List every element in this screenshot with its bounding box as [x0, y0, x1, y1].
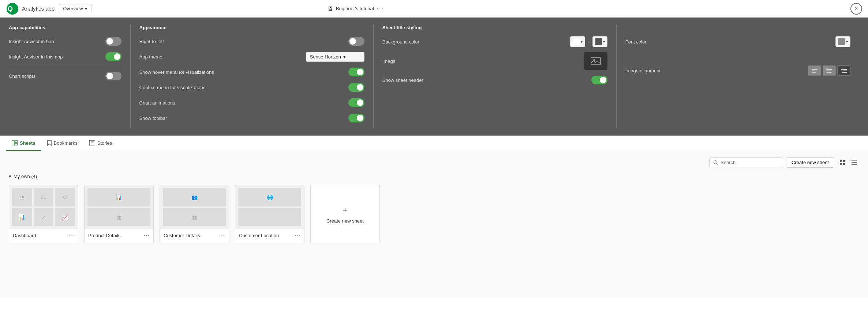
tutorial-button[interactable]: Beginner's tutorial [336, 6, 374, 11]
my-own-section-header[interactable]: ▾ My own (4) [9, 174, 859, 179]
tab-bookmarks[interactable]: Bookmarks [41, 136, 83, 151]
align-right-button[interactable] [837, 65, 850, 76]
font-color-picker[interactable]: ▾ [835, 36, 850, 47]
sheet-thumbnail-product-details: 📊 ▦ [85, 185, 153, 229]
align-center-button[interactable] [823, 65, 836, 76]
sheets-grid: ◔ #1 ⏱ 📊 ↗ 📈 Dashboard ··· 📊 ▦ [9, 185, 859, 243]
chevron-down-icon: ▾ [343, 54, 346, 60]
background-color-picker-1[interactable]: ▾ [570, 36, 585, 47]
search-icon [713, 160, 718, 165]
content-area: Create new sheet ▾ My own (4) [0, 151, 868, 297]
sheet-name-customer-details: Customer Details [164, 233, 200, 238]
insight-advisor-hub-toggle[interactable] [105, 37, 121, 46]
show-toolbar-toggle[interactable] [348, 114, 364, 122]
svg-rect-7 [826, 69, 832, 70]
create-new-sheet-label: Create new sheet [326, 218, 364, 224]
app-theme-dropdown[interactable]: Sense Horizon ▾ [306, 52, 364, 62]
chart-scripts-row: Chart scripts [9, 71, 121, 81]
tab-stories-label: Stories [97, 140, 112, 146]
svg-rect-13 [12, 140, 14, 145]
tab-stories[interactable]: Stories [83, 136, 118, 151]
app-capabilities-section: App capabilities Insight Advisor in hub … [9, 25, 130, 128]
chart-scripts-label: Chart scripts [9, 73, 35, 79]
font-color-section: x Font color ▾ Image alignment [616, 25, 859, 128]
insight-advisor-app-toggle[interactable] [105, 52, 121, 61]
more-options-button[interactable]: ··· [377, 5, 384, 12]
svg-rect-15 [15, 143, 18, 145]
tab-sheets[interactable]: Sheets [6, 136, 41, 151]
nav-dropdown[interactable]: Overview ▾ [59, 4, 91, 13]
font-color-row: Font color ▾ [625, 36, 850, 47]
chart-animations-row: Chart animations [139, 98, 364, 108]
grid-view-icon [840, 160, 845, 165]
image-icon [591, 57, 601, 65]
color-dash: - [588, 39, 590, 45]
chart-animations-toggle[interactable] [348, 98, 364, 107]
thumb-cell [238, 208, 301, 226]
hover-menu-toggle[interactable] [348, 68, 364, 76]
divider [9, 67, 121, 67]
search-input[interactable] [721, 160, 779, 165]
image-alignment-buttons [808, 65, 850, 76]
background-color-row: Background color ▾ - ▾ [382, 36, 607, 47]
tab-bookmarks-label: Bookmarks [54, 140, 78, 146]
create-sheet-button[interactable]: Create new sheet [786, 157, 834, 168]
background-color-picker-2[interactable]: ▾ [592, 36, 607, 47]
insight-advisor-hub-row: Insight Advisor in hub [9, 36, 121, 46]
sheet-more-customer-details[interactable]: ··· [219, 232, 225, 239]
sheet-card-dashboard[interactable]: ◔ #1 ⏱ 📊 ↗ 📈 Dashboard ··· [9, 185, 78, 243]
color-swatch-dark [595, 38, 602, 45]
appearance-title: Appearance [139, 25, 364, 30]
list-view-icon [852, 160, 857, 165]
show-sheet-header-toggle[interactable] [591, 76, 607, 84]
image-alignment-label: Image alignment [625, 68, 661, 73]
svg-rect-23 [843, 160, 845, 162]
thumb-cell: 📊 [12, 208, 32, 226]
chevron-down-icon: ▾ [581, 40, 583, 44]
sheet-card-product-details[interactable]: 📊 ▦ Product Details ··· [84, 185, 154, 243]
nav-center: 🖥 Beginner's tutorial ··· [327, 5, 384, 12]
content-toolbar: Create new sheet [9, 157, 859, 168]
grid-view-button[interactable] [837, 158, 848, 168]
list-view-button[interactable] [849, 158, 859, 168]
chevron-down-icon: ▾ [846, 40, 848, 44]
sheet-footer-customer-location: Customer Location ··· [235, 229, 304, 242]
bottom-tabs: Sheets Bookmarks Stories [0, 136, 868, 151]
rtl-label: Right-to-left [139, 39, 164, 44]
chart-scripts-toggle[interactable] [105, 72, 121, 80]
svg-rect-5 [812, 71, 815, 71]
app-theme-row: App theme Sense Horizon ▾ [139, 52, 364, 62]
close-button[interactable]: × [850, 3, 862, 15]
app-name: Analytics app [22, 5, 55, 12]
image-label: Image [382, 58, 396, 64]
sheet-card-customer-location[interactable]: 🌐 Customer Location ··· [235, 185, 304, 243]
svg-rect-9 [827, 72, 832, 73]
svg-rect-11 [843, 71, 847, 71]
sheet-name-customer-location: Customer Location [239, 233, 279, 238]
sheet-more-dashboard[interactable]: ··· [68, 232, 74, 239]
svg-rect-25 [843, 163, 845, 165]
svg-rect-24 [840, 163, 842, 165]
appearance-section: Appearance Right-to-left App theme Sense… [130, 25, 373, 128]
color-swatch-white [573, 38, 580, 45]
rtl-toggle[interactable] [348, 37, 364, 46]
sheet-title-section: Sheet title styling Background color ▾ -… [373, 25, 616, 128]
image-alignment-row: Image alignment [625, 65, 850, 76]
sheet-more-customer-location[interactable]: ··· [295, 232, 300, 239]
insight-advisor-app-row: Insight Advisor in this app [9, 52, 121, 62]
create-new-sheet-card[interactable]: + Create new sheet [310, 185, 380, 243]
image-upload-box[interactable] [584, 52, 607, 70]
sheet-footer-dashboard: Dashboard ··· [9, 229, 78, 242]
thumb-cell: ↗ [34, 208, 54, 226]
thumb-cell: 🌐 [238, 188, 301, 206]
align-left-button[interactable] [808, 65, 821, 76]
search-box [709, 158, 783, 167]
align-right-icon [841, 68, 847, 73]
thumb-cell: ◔ [12, 188, 32, 206]
section-label: My own (4) [14, 174, 37, 179]
sheet-more-product-details[interactable]: ··· [144, 232, 150, 239]
context-menu-toggle[interactable] [348, 83, 364, 92]
sheet-card-customer-details[interactable]: 👥 ▦ Customer Details ··· [160, 185, 229, 243]
thumb-cell: 📈 [55, 208, 75, 226]
svg-rect-10 [841, 69, 847, 70]
